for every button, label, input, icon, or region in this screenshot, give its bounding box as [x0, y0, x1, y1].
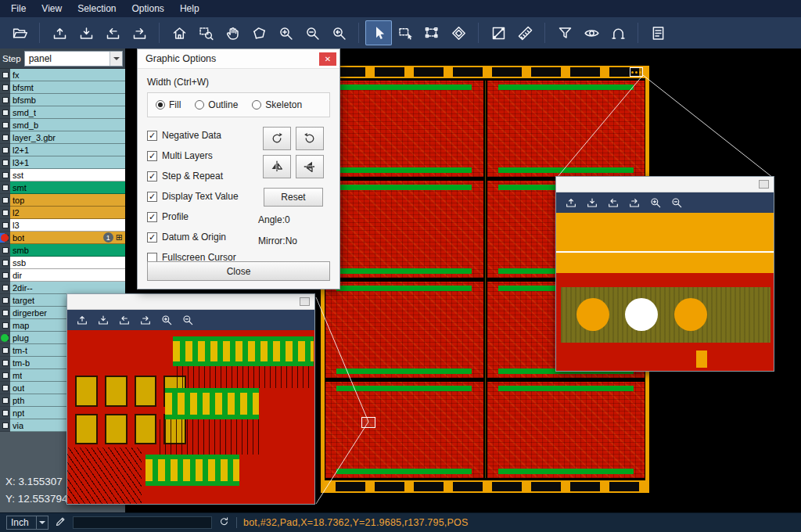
menu-file[interactable]: File [3, 1, 34, 16]
dialog-titlebar[interactable]: Graphic Options ✕ [138, 49, 339, 69]
reset-button[interactable]: Reset [264, 188, 323, 207]
radio-fill[interactable]: Fill [156, 99, 181, 110]
command-input[interactable] [73, 516, 212, 529]
layer-row-l3-1[interactable]: l3+1 [0, 156, 125, 169]
mirror-vertical-button[interactable] [296, 155, 324, 178]
step-combobox[interactable]: panel [24, 51, 123, 66]
layer-visibility-checkbox[interactable] [0, 144, 10, 156]
layer-row-top[interactable]: top [0, 194, 125, 207]
layer-row-smd-t[interactable]: smd_t [0, 106, 125, 119]
layer-visibility-checkbox[interactable] [0, 156, 10, 169]
zoom-in-button[interactable] [647, 194, 664, 211]
checkbox-step-repeat[interactable]: ✓Step & Repeat [147, 166, 257, 186]
import-up-button[interactable] [562, 194, 580, 211]
checkbox-multi-layers[interactable]: ✓Multi Layers [147, 146, 257, 166]
magnifier-titlebar[interactable] [67, 294, 314, 310]
graphic-options-dialog[interactable]: Graphic Options ✕ Width (Ctrl+W) FillOut… [137, 49, 340, 289]
layer-visibility-checkbox[interactable] [0, 106, 10, 119]
rotate-cw-button[interactable] [263, 127, 291, 150]
snap-arc-button[interactable] [605, 20, 631, 45]
polygon-select-button[interactable] [246, 20, 272, 45]
layer-visibility-checkbox[interactable] [0, 407, 10, 419]
layer-visibility-checkbox[interactable] [0, 257, 10, 269]
checkbox-negative-data[interactable]: ✓Negative Data [147, 125, 257, 146]
open-file-button[interactable] [6, 20, 33, 45]
layer-visibility-checkbox[interactable] [0, 419, 10, 432]
unit-select[interactable]: Inch [6, 516, 48, 530]
import-left-button[interactable] [99, 20, 126, 45]
layer-row-smt[interactable]: smt [0, 182, 125, 194]
layer-row-dir[interactable]: dir [0, 269, 125, 282]
report-list-button[interactable] [645, 20, 671, 45]
layer-visibility-checkbox[interactable] [0, 94, 10, 106]
layer-visibility-checkbox[interactable] [0, 244, 10, 257]
layer-visibility-checkbox[interactable] [0, 282, 10, 294]
measure-ruler-button[interactable] [512, 20, 538, 45]
layer-visibility-checkbox[interactable] [0, 382, 10, 394]
menu-help[interactable]: Help [172, 1, 207, 16]
layer-visibility-checkbox[interactable] [0, 69, 10, 81]
refresh-icon[interactable] [218, 516, 230, 530]
layer-row-2dir[interactable]: 2dir-- [0, 282, 125, 294]
layer-row-ssb[interactable]: ssb [0, 257, 125, 269]
layer-visibility-checkbox[interactable] [0, 269, 10, 282]
window-control-button[interactable] [300, 297, 310, 306]
export-right-button[interactable] [626, 194, 643, 211]
layer-visibility-checkbox[interactable] [0, 119, 10, 131]
layer-visibility-checkbox[interactable] [0, 131, 10, 144]
magnifier-titlebar[interactable] [556, 177, 774, 192]
transform-select-button[interactable] [418, 20, 445, 45]
rect-select-button[interactable] [392, 20, 418, 45]
radio-outline[interactable]: Outline [195, 99, 238, 110]
layer-visibility-checkbox[interactable] [0, 369, 10, 382]
layer-visibility-checkbox[interactable] [0, 194, 10, 207]
layer-visibility-checkbox[interactable] [0, 332, 10, 344]
layer-row-bfsmt[interactable]: bfsmt [0, 81, 125, 94]
zoom-out-button[interactable] [299, 20, 325, 45]
layer-row-sst[interactable]: sst [0, 169, 125, 182]
zoom-in-button[interactable] [158, 311, 175, 329]
menu-view[interactable]: View [34, 1, 70, 16]
menu-options[interactable]: Options [124, 1, 172, 16]
pan-hand-button[interactable] [219, 20, 246, 45]
close-icon[interactable]: ✕ [319, 52, 336, 66]
import-down-button[interactable] [95, 311, 112, 329]
import-left-button[interactable] [605, 194, 622, 211]
window-control-button[interactable] [759, 180, 769, 189]
layer-row-l3[interactable]: l3 [0, 219, 125, 232]
layer-diamond-button[interactable] [445, 20, 472, 45]
measure-diagonal-button[interactable] [485, 20, 512, 45]
layer-row-l2[interactable]: l2 [0, 207, 125, 219]
select-cursor-button[interactable] [365, 20, 392, 45]
zoom-previous-button[interactable] [325, 20, 352, 45]
layer-visibility-checkbox[interactable] [0, 169, 10, 182]
layer-visibility-checkbox[interactable] [0, 294, 10, 307]
draw-icon[interactable] [55, 516, 66, 530]
zoom-out-button[interactable] [179, 311, 196, 329]
layer-visibility-checkbox[interactable] [0, 182, 10, 194]
view-options-button[interactable] [578, 20, 605, 45]
close-button[interactable]: Close [147, 261, 330, 281]
layer-visibility-checkbox[interactable] [0, 344, 10, 357]
menu-selection[interactable]: Selection [70, 1, 124, 16]
import-up-button[interactable] [46, 20, 73, 45]
rotate-ccw-button[interactable] [296, 127, 324, 150]
import-up-button[interactable] [74, 311, 91, 329]
import-left-button[interactable] [116, 311, 133, 329]
home-view-button[interactable] [166, 20, 192, 45]
layer-visibility-checkbox[interactable] [0, 357, 10, 369]
checkbox-datum-origin[interactable]: ✓Datum & Origin [147, 227, 257, 247]
filter-button[interactable] [551, 20, 578, 45]
layer-row-bfsmb[interactable]: bfsmb [0, 94, 125, 106]
layer-row-l2-1[interactable]: l2+1 [0, 144, 125, 156]
layer-visibility-checkbox[interactable] [0, 81, 10, 94]
chevron-down-icon[interactable] [36, 516, 48, 529]
checkbox-profile[interactable]: ✓Profile [147, 207, 257, 227]
zoom-in-button[interactable] [272, 20, 299, 45]
layer-visibility-checkbox[interactable] [0, 319, 10, 332]
layer-visibility-checkbox[interactable] [0, 207, 10, 219]
layer-row-fx[interactable]: fx [0, 69, 125, 81]
zoom-window-button[interactable] [192, 20, 219, 45]
layer-visibility-checkbox[interactable] [0, 307, 10, 319]
magnifier-window-right[interactable] [555, 176, 774, 372]
